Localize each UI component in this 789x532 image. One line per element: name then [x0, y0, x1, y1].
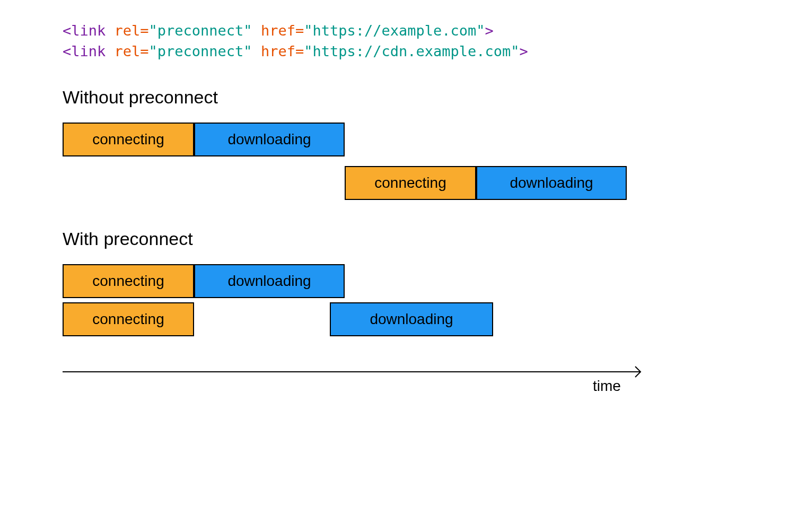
code-line-2: <link rel="preconnect" href="https://cdn… [63, 41, 726, 62]
bar-downloading: downloading [194, 123, 345, 156]
code-attr-href: href= [252, 43, 304, 59]
code-tag-close: > [520, 43, 528, 59]
code-val-href: "https://cdn.example.com" [304, 43, 519, 59]
bar-connecting: connecting [345, 166, 476, 200]
code-snippet: <link rel="preconnect" href="https://exa… [63, 20, 726, 62]
code-tag-close: > [485, 22, 494, 39]
code-attr-rel: rel= [106, 43, 148, 59]
time-axis: time [63, 366, 726, 393]
arrow-right-icon [629, 366, 643, 378]
section-title-without: Without preconnect [63, 87, 726, 108]
code-val-rel: "preconnect" [149, 43, 252, 59]
bar-connecting: connecting [63, 123, 194, 156]
bar-downloading: downloading [476, 166, 627, 200]
code-tag-open: <link [63, 22, 106, 39]
code-attr-rel: rel= [106, 22, 148, 39]
code-val-href: "https://example.com" [304, 22, 485, 39]
bar-downloading: downloading [330, 302, 493, 336]
timeline-without: connecting downloading connecting downlo… [63, 123, 726, 207]
code-line-1: <link rel="preconnect" href="https://exa… [63, 20, 726, 41]
axis-label-time: time [593, 378, 621, 395]
bar-connecting: connecting [63, 302, 194, 336]
code-tag-open: <link [63, 43, 106, 59]
code-val-rel: "preconnect" [149, 22, 252, 39]
section-title-with: With preconnect [63, 229, 726, 249]
bar-downloading: downloading [194, 264, 345, 298]
bar-connecting: connecting [63, 264, 194, 298]
axis-line [63, 371, 632, 372]
code-attr-href: href= [252, 22, 304, 39]
timeline-with: connecting downloading connecting downlo… [63, 264, 726, 349]
